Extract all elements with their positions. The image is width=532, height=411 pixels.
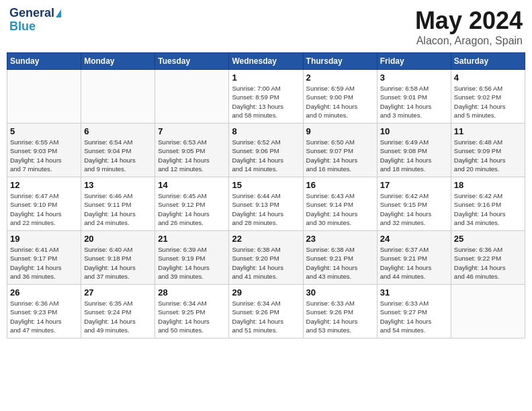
calendar-cell: 17Sunrise: 6:42 AM Sunset: 9:15 PM Dayli… [377, 177, 451, 231]
day-number: 31 [380, 287, 448, 298]
calendar-cell: 16Sunrise: 6:43 AM Sunset: 9:14 PM Dayli… [303, 177, 377, 231]
calendar-week-2: 5Sunrise: 6:55 AM Sunset: 9:03 PM Daylig… [7, 124, 525, 177]
calendar-cell: 10Sunrise: 6:49 AM Sunset: 9:08 PM Dayli… [377, 124, 451, 177]
day-info: Sunrise: 6:46 AM Sunset: 9:11 PM Dayligh… [84, 191, 152, 227]
day-number: 29 [232, 287, 300, 298]
day-info: Sunrise: 6:45 AM Sunset: 9:12 PM Dayligh… [158, 191, 226, 227]
calendar-cell [155, 70, 229, 124]
day-info: Sunrise: 6:36 AM Sunset: 9:22 PM Dayligh… [454, 245, 522, 281]
day-info: Sunrise: 6:36 AM Sunset: 9:23 PM Dayligh… [10, 299, 78, 334]
weekday-header-saturday: Saturday [451, 53, 525, 70]
logo-triangle-icon [56, 9, 61, 17]
calendar-cell: 11Sunrise: 6:48 AM Sunset: 9:09 PM Dayli… [451, 124, 525, 177]
weekday-header-tuesday: Tuesday [155, 53, 229, 70]
calendar-cell: 18Sunrise: 6:42 AM Sunset: 9:16 PM Dayli… [451, 177, 525, 231]
calendar-cell: 8Sunrise: 6:52 AM Sunset: 9:06 PM Daylig… [229, 124, 303, 177]
calendar-cell: 27Sunrise: 6:35 AM Sunset: 9:24 PM Dayli… [81, 285, 155, 338]
calendar-cell: 12Sunrise: 6:47 AM Sunset: 9:10 PM Dayli… [7, 177, 81, 231]
page-header: General Blue May 2024 Alacon, Aragon, Sp… [7, 7, 525, 47]
day-number: 7 [158, 126, 226, 136]
day-number: 30 [306, 287, 374, 298]
day-info: Sunrise: 6:44 AM Sunset: 9:13 PM Dayligh… [232, 191, 300, 227]
calendar-week-3: 12Sunrise: 6:47 AM Sunset: 9:10 PM Dayli… [7, 177, 525, 231]
day-number: 21 [158, 234, 226, 244]
calendar-cell: 5Sunrise: 6:55 AM Sunset: 9:03 PM Daylig… [7, 124, 81, 177]
day-info: Sunrise: 6:48 AM Sunset: 9:09 PM Dayligh… [454, 138, 522, 173]
calendar-cell: 2Sunrise: 6:59 AM Sunset: 9:00 PM Daylig… [303, 70, 377, 124]
day-info: Sunrise: 7:00 AM Sunset: 8:59 PM Dayligh… [232, 84, 300, 120]
calendar-cell: 1Sunrise: 7:00 AM Sunset: 8:59 PM Daylig… [229, 70, 303, 124]
calendar-cell: 19Sunrise: 6:41 AM Sunset: 9:17 PM Dayli… [7, 231, 81, 285]
calendar-cell: 7Sunrise: 6:53 AM Sunset: 9:05 PM Daylig… [155, 124, 229, 177]
day-number: 19 [10, 234, 78, 244]
calendar-cell: 22Sunrise: 6:38 AM Sunset: 9:20 PM Dayli… [229, 231, 303, 285]
calendar-cell: 23Sunrise: 6:38 AM Sunset: 9:21 PM Dayli… [303, 231, 377, 285]
calendar-cell: 21Sunrise: 6:39 AM Sunset: 9:19 PM Dayli… [155, 231, 229, 285]
day-info: Sunrise: 6:39 AM Sunset: 9:19 PM Dayligh… [158, 245, 226, 281]
day-number: 10 [380, 126, 448, 136]
weekday-header-monday: Monday [81, 53, 155, 70]
day-number: 2 [306, 73, 374, 83]
calendar-week-1: 1Sunrise: 7:00 AM Sunset: 8:59 PM Daylig… [7, 70, 525, 124]
day-number: 15 [232, 180, 300, 190]
calendar-cell: 6Sunrise: 6:54 AM Sunset: 9:04 PM Daylig… [81, 124, 155, 177]
day-info: Sunrise: 6:33 AM Sunset: 9:26 PM Dayligh… [306, 299, 374, 334]
day-info: Sunrise: 6:43 AM Sunset: 9:14 PM Dayligh… [306, 191, 374, 227]
day-info: Sunrise: 6:56 AM Sunset: 9:02 PM Dayligh… [454, 84, 522, 120]
day-info: Sunrise: 6:50 AM Sunset: 9:07 PM Dayligh… [306, 138, 374, 173]
day-info: Sunrise: 6:37 AM Sunset: 9:21 PM Dayligh… [380, 245, 448, 281]
logo-text-general: General [9, 7, 54, 20]
calendar-cell [451, 285, 525, 338]
day-number: 3 [380, 73, 448, 83]
day-number: 28 [158, 287, 226, 298]
day-info: Sunrise: 6:34 AM Sunset: 9:26 PM Dayligh… [232, 299, 300, 334]
calendar-cell [7, 70, 81, 124]
calendar-cell: 24Sunrise: 6:37 AM Sunset: 9:21 PM Dayli… [377, 231, 451, 285]
logo: General Blue [9, 7, 61, 34]
day-info: Sunrise: 6:38 AM Sunset: 9:21 PM Dayligh… [306, 245, 374, 281]
calendar-cell: 3Sunrise: 6:58 AM Sunset: 9:01 PM Daylig… [377, 70, 451, 124]
day-info: Sunrise: 6:35 AM Sunset: 9:24 PM Dayligh… [84, 299, 152, 334]
day-info: Sunrise: 6:58 AM Sunset: 9:01 PM Dayligh… [380, 84, 448, 120]
day-number: 9 [306, 126, 374, 136]
day-number: 17 [380, 180, 448, 190]
day-number: 13 [84, 180, 152, 190]
day-number: 14 [158, 180, 226, 190]
calendar-cell: 26Sunrise: 6:36 AM Sunset: 9:23 PM Dayli… [7, 285, 81, 338]
calendar-cell: 25Sunrise: 6:36 AM Sunset: 9:22 PM Dayli… [451, 231, 525, 285]
calendar-cell: 28Sunrise: 6:34 AM Sunset: 9:25 PM Dayli… [155, 285, 229, 338]
calendar-table: SundayMondayTuesdayWednesdayThursdayFrid… [7, 52, 525, 338]
day-info: Sunrise: 6:42 AM Sunset: 9:15 PM Dayligh… [380, 191, 448, 227]
day-number: 11 [454, 126, 522, 136]
calendar-week-5: 26Sunrise: 6:36 AM Sunset: 9:23 PM Dayli… [7, 285, 525, 338]
calendar-cell: 9Sunrise: 6:50 AM Sunset: 9:07 PM Daylig… [303, 124, 377, 177]
calendar-cell [81, 70, 155, 124]
calendar-location: Alacon, Aragon, Spain [415, 35, 523, 47]
day-number: 20 [84, 234, 152, 244]
calendar-week-4: 19Sunrise: 6:41 AM Sunset: 9:17 PM Dayli… [7, 231, 525, 285]
day-number: 6 [84, 126, 152, 136]
day-number: 18 [454, 180, 522, 190]
day-info: Sunrise: 6:38 AM Sunset: 9:20 PM Dayligh… [232, 245, 300, 281]
day-info: Sunrise: 6:34 AM Sunset: 9:25 PM Dayligh… [158, 299, 226, 334]
day-number: 5 [10, 126, 78, 136]
day-number: 4 [454, 73, 522, 83]
day-number: 26 [10, 287, 78, 298]
day-info: Sunrise: 6:53 AM Sunset: 9:05 PM Dayligh… [158, 138, 226, 173]
calendar-cell: 20Sunrise: 6:40 AM Sunset: 9:18 PM Dayli… [81, 231, 155, 285]
weekday-header-friday: Friday [377, 53, 451, 70]
calendar-cell: 29Sunrise: 6:34 AM Sunset: 9:26 PM Dayli… [229, 285, 303, 338]
day-number: 12 [10, 180, 78, 190]
day-info: Sunrise: 6:47 AM Sunset: 9:10 PM Dayligh… [10, 191, 78, 227]
logo-text-blue: Blue [9, 20, 36, 34]
day-info: Sunrise: 6:59 AM Sunset: 9:00 PM Dayligh… [306, 84, 374, 120]
weekday-header-wednesday: Wednesday [229, 53, 303, 70]
day-number: 27 [84, 287, 152, 298]
day-number: 25 [454, 234, 522, 244]
day-info: Sunrise: 6:33 AM Sunset: 9:27 PM Dayligh… [380, 299, 448, 334]
day-info: Sunrise: 6:52 AM Sunset: 9:06 PM Dayligh… [232, 138, 300, 173]
day-info: Sunrise: 6:42 AM Sunset: 9:16 PM Dayligh… [454, 191, 522, 227]
day-info: Sunrise: 6:40 AM Sunset: 9:18 PM Dayligh… [84, 245, 152, 281]
calendar-cell: 4Sunrise: 6:56 AM Sunset: 9:02 PM Daylig… [451, 70, 525, 124]
calendar-cell: 15Sunrise: 6:44 AM Sunset: 9:13 PM Dayli… [229, 177, 303, 231]
